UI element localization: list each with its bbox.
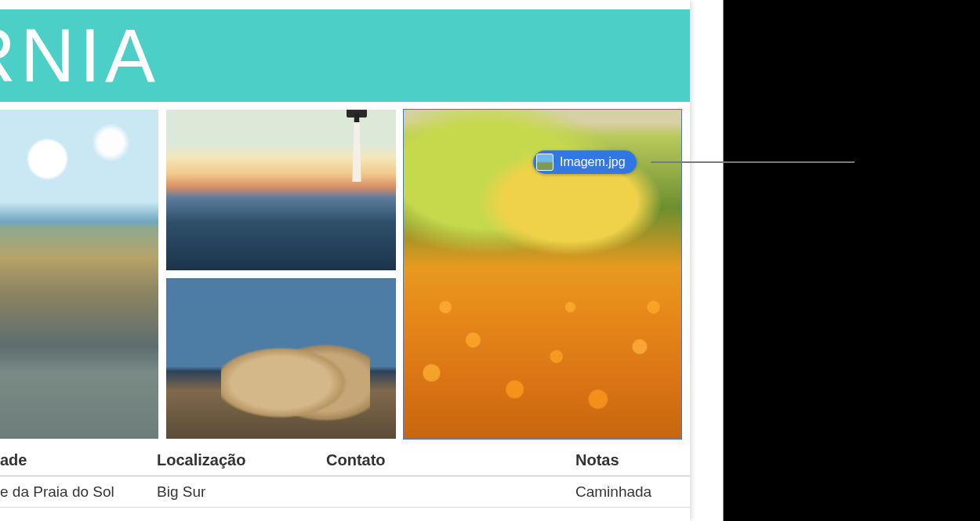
drag-filename: Imagem.jpg (560, 155, 626, 169)
table-header-row: ade Localização Contato Notas (0, 445, 690, 476)
title-band: CALIFORNIA (0, 9, 690, 102)
landscape-icon (166, 110, 396, 270)
image-thumbnail-icon (536, 154, 554, 171)
lighthouse-icon (349, 113, 365, 191)
cell-location[interactable]: Big Sur (157, 483, 326, 501)
drag-file-chip[interactable]: Imagem.jpg (533, 150, 637, 174)
seal-shape-icon (221, 335, 370, 422)
cell-notes[interactable]: Caminhada (575, 483, 690, 501)
app-frame: CALIFORNIA (0, 0, 724, 521)
column-header[interactable]: Notas (575, 451, 690, 469)
column-header[interactable]: Localização (157, 451, 326, 469)
table-row[interactable]: e da Praia do Sol Big Sur Caminhada (0, 476, 690, 508)
page-title: CALIFORNIA (0, 13, 160, 99)
landscape-icon (0, 110, 158, 439)
gallery-image-coast[interactable] (0, 110, 158, 439)
cell-name[interactable]: e da Praia do Sol (0, 483, 157, 501)
annotation-leader-line (651, 161, 855, 163)
gallery-image-seals[interactable] (166, 278, 396, 439)
column-header[interactable]: Contato (326, 451, 575, 469)
data-table: ade Localização Contato Notas e da Praia… (0, 445, 690, 508)
landscape-icon (166, 278, 396, 439)
gallery-image-lighthouse[interactable] (166, 110, 396, 270)
document-canvas[interactable]: CALIFORNIA (0, 0, 690, 521)
column-header[interactable]: ade (0, 451, 157, 469)
